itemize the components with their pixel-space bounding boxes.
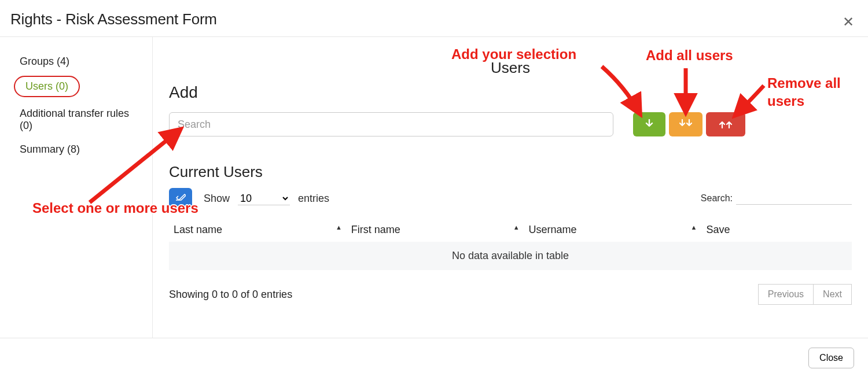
show-label: Show (204, 193, 230, 205)
close-button[interactable]: Close (808, 348, 854, 368)
table-search-label: Search: (701, 193, 733, 204)
main-panel: Users Add (153, 37, 868, 338)
col-first-name[interactable]: First name▲ (347, 218, 524, 242)
entries-label: entries (298, 193, 329, 205)
action-buttons (633, 112, 745, 136)
double-arrow-up-icon (719, 119, 733, 130)
table-info: Showing 0 to 0 of 0 entries (169, 289, 292, 301)
col-username[interactable]: Username▲ (524, 218, 702, 242)
annotation-add-all: Add all users (646, 47, 733, 64)
sidebar-item-transfer-rules[interactable]: Additional transfer rules (0) (17, 102, 143, 138)
search-input[interactable] (169, 112, 613, 136)
sort-asc-icon: ▲ (691, 224, 697, 231)
modal-footer: Close (0, 338, 868, 378)
sidebar-item-groups[interactable]: Groups (4) (17, 50, 143, 73)
col-save[interactable]: Save (701, 218, 852, 242)
arrow-down-icon (645, 119, 653, 130)
modal-body: Groups (4) Users (0) Additional transfer… (0, 37, 868, 338)
annotation-remove-all: Remove all users (767, 74, 868, 110)
table-search-group: Search: (701, 193, 852, 205)
sidebar-item-summary[interactable]: Summary (8) (17, 138, 143, 161)
table-search-input[interactable] (736, 193, 852, 205)
annotation-select-users: Select one or more users (32, 200, 198, 217)
modal: Rights - Risk Assessment Form ✕ Groups (… (0, 0, 868, 384)
remove-all-button[interactable] (706, 112, 745, 136)
table-footer: Showing 0 to 0 of 0 entries Previous Nex… (169, 284, 852, 305)
annotation-add-selection: Add your selection (451, 46, 576, 62)
show-entries-select[interactable]: 10 (238, 192, 290, 205)
previous-button[interactable]: Previous (758, 284, 814, 305)
table-empty-message: No data available in table (169, 242, 852, 270)
table-toolbar: Show 10 entries Search: (169, 188, 852, 209)
current-users-heading: Current Users (169, 163, 852, 181)
sidebar: Groups (4) Users (0) Additional transfer… (0, 37, 153, 338)
next-button[interactable]: Next (814, 284, 852, 305)
modal-title: Rights - Risk Assessment Form (0, 0, 868, 36)
sort-asc-icon: ▲ (513, 224, 520, 231)
col-last-name[interactable]: Last name▲ (169, 218, 347, 242)
pager: Previous Next (758, 284, 852, 305)
add-heading: Add (169, 83, 852, 102)
add-all-button[interactable] (669, 112, 703, 136)
double-arrow-down-icon (679, 119, 692, 130)
add-selection-button[interactable] (633, 112, 665, 136)
add-row (169, 112, 852, 136)
users-table: Last name▲ First name▲ Username▲ Save No… (169, 218, 852, 270)
close-icon[interactable]: ✕ (843, 14, 854, 30)
sort-asc-icon: ▲ (336, 224, 342, 231)
sidebar-item-users[interactable]: Users (0) (14, 76, 80, 97)
